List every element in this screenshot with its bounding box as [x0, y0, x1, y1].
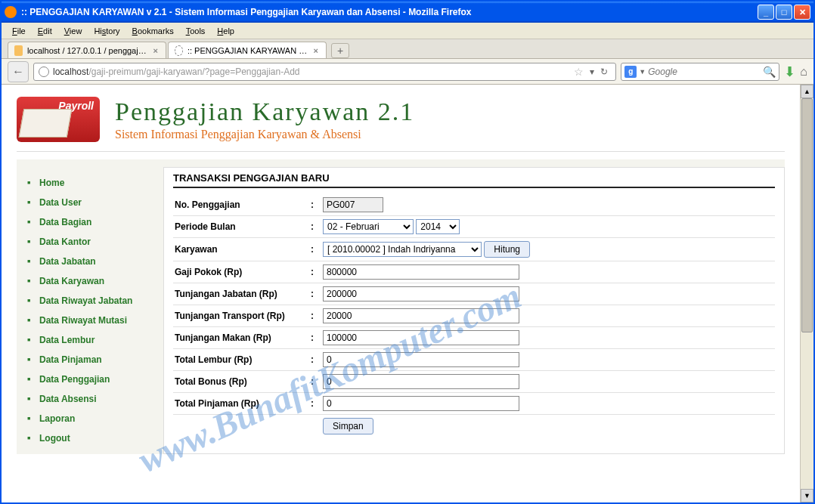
- input-tunjangan-transport[interactable]: [323, 308, 519, 323]
- close-button[interactable]: ✕: [794, 5, 810, 20]
- url-path: /gaji-preimum/gaji-karyawan/?page=Pengga…: [88, 66, 299, 77]
- menu-tools[interactable]: Tools: [180, 25, 212, 37]
- home-icon[interactable]: ⌂: [800, 65, 807, 79]
- form-table: No. Penggajian : Periode Bulan : 02 - Fe…: [173, 194, 775, 438]
- menu-help[interactable]: Help: [211, 25, 240, 37]
- sidebar: Home Data User Data Bagian Data Kantor D…: [17, 167, 153, 454]
- sidebar-item-data-pinjaman[interactable]: Data Pinjaman: [27, 350, 153, 369]
- loading-icon: [175, 45, 183, 56]
- new-tab-button[interactable]: +: [331, 43, 349, 58]
- search-bar[interactable]: g ▼ 🔍: [621, 63, 779, 81]
- input-tunjangan-jabatan[interactable]: [323, 286, 519, 301]
- label-total-lembur: Total Lembur (Rp): [173, 349, 309, 371]
- label-tunjangan-transport: Tunjangan Transport (Rp): [173, 305, 309, 327]
- select-month[interactable]: 02 - Februari: [323, 219, 414, 234]
- input-total-pinjaman[interactable]: [323, 396, 519, 411]
- titlebar: :: PENGGAJIAN KARYAWAN v 2.1 - Sistem In…: [2, 2, 813, 23]
- menubar: File Edit View History Bookmarks Tools H…: [2, 23, 813, 39]
- search-go-icon[interactable]: 🔍: [763, 66, 776, 78]
- scroll-down-button[interactable]: ▼: [801, 489, 813, 502]
- label-gaji-pokok: Gaji Pokok (Rp): [173, 261, 309, 283]
- sidebar-item-data-lembur[interactable]: Data Lembur: [27, 330, 153, 350]
- browser-window: :: PENGGAJIAN KARYAWAN v 2.1 - Sistem In…: [0, 0, 815, 504]
- sidebar-item-data-user[interactable]: Data User: [27, 193, 153, 212]
- tab-penggajian[interactable]: :: PENGGAJIAN KARYAWAN v 2.1 - Siste... …: [168, 42, 327, 58]
- navbar: ← localhost/gaji-preimum/gaji-karyawan/?…: [2, 59, 813, 85]
- menu-history[interactable]: History: [88, 25, 126, 37]
- scroll-thumb[interactable]: [801, 98, 813, 332]
- hitung-button[interactable]: Hitung: [484, 241, 530, 258]
- input-total-lembur[interactable]: [323, 352, 519, 367]
- sidebar-item-data-riwayat-mutasi[interactable]: Data Riwayat Mutasi: [27, 311, 153, 330]
- minimize-button[interactable]: _: [758, 5, 774, 20]
- menu-bookmarks[interactable]: Bookmarks: [126, 25, 180, 37]
- label-tunjangan-makan: Tunjangan Makan (Rp): [173, 327, 309, 349]
- label-periode: Periode Bulan: [173, 216, 309, 238]
- app-subtitle: Sistem Informasi Penggajian Karyawan & A…: [115, 128, 414, 141]
- refresh-icon[interactable]: ↻: [597, 66, 611, 77]
- bookmark-star-icon[interactable]: ☆: [571, 66, 587, 78]
- sidebar-item-data-bagian[interactable]: Data Bagian: [27, 212, 153, 232]
- google-icon: g: [624, 66, 637, 78]
- vertical-scrollbar[interactable]: ▲ ▼: [800, 85, 813, 502]
- downloads-icon[interactable]: ⬇: [784, 63, 795, 80]
- sidebar-item-data-karyawan[interactable]: Data Karyawan: [27, 271, 153, 291]
- label-karyawan: Karyawan: [173, 238, 309, 261]
- phpmyadmin-icon: [14, 45, 23, 56]
- firefox-icon: [5, 6, 17, 18]
- url-bar[interactable]: localhost/gaji-preimum/gaji-karyawan/?pa…: [33, 63, 616, 81]
- search-engine-dropdown-icon[interactable]: ▼: [637, 68, 648, 76]
- body-row: Home Data User Data Bagian Data Kantor D…: [17, 159, 785, 454]
- menu-file[interactable]: File: [6, 25, 32, 37]
- url-host: localhost: [53, 66, 88, 77]
- label-total-pinjaman: Total Pinjaman (Rp): [173, 393, 309, 415]
- input-no-penggajian: [323, 197, 383, 212]
- scroll-track[interactable]: [801, 98, 813, 489]
- tab-close-icon[interactable]: ×: [312, 46, 320, 55]
- search-input[interactable]: [648, 66, 763, 77]
- input-gaji-pokok[interactable]: [323, 264, 519, 280]
- window-controls: _ □ ✕: [758, 5, 810, 20]
- sidebar-list: Home Data User Data Bagian Data Kantor D…: [27, 173, 153, 448]
- app-title: Penggajian Karyawan 2.1: [115, 97, 414, 126]
- select-karyawan[interactable]: [ 2010.00002 ] Indah Indriyanna: [323, 242, 482, 257]
- label-total-bonus: Total Bonus (Rp): [173, 371, 309, 393]
- tabbar: localhost / 127.0.0.1 / penggajian_karya…: [2, 39, 813, 59]
- page-header: Payroll Penggajian Karyawan 2.1 Sistem I…: [17, 91, 785, 152]
- window-title: :: PENGGAJIAN KARYAWAN v 2.1 - Sistem In…: [21, 7, 758, 17]
- url-dropdown-icon[interactable]: ▾: [587, 66, 597, 77]
- globe-icon: [39, 66, 49, 77]
- sidebar-item-data-penggajian[interactable]: Data Penggajian: [27, 369, 153, 389]
- tab-phpmyadmin[interactable]: localhost / 127.0.0.1 / penggajian_karya…: [8, 42, 166, 58]
- tab-label: :: PENGGAJIAN KARYAWAN v 2.1 - Siste...: [187, 46, 308, 55]
- label-no-penggajian: No. Penggajian: [173, 194, 309, 216]
- sidebar-item-data-riwayat-jabatan[interactable]: Data Riwayat Jabatan: [27, 291, 153, 311]
- menu-edit[interactable]: Edit: [32, 25, 58, 37]
- sidebar-item-logout[interactable]: Logout: [27, 428, 153, 448]
- sidebar-item-data-kantor[interactable]: Data Kantor: [27, 232, 153, 252]
- page: Payroll Penggajian Karyawan 2.1 Sistem I…: [2, 85, 800, 502]
- form-title: TRANSAKSI PENGGAJIAN BARU: [173, 172, 775, 188]
- sidebar-item-data-jabatan[interactable]: Data Jabatan: [27, 252, 153, 271]
- maximize-button[interactable]: □: [776, 5, 792, 20]
- header-text: Penggajian Karyawan 2.1 Sistem Informasi…: [115, 97, 414, 141]
- input-tunjangan-makan[interactable]: [323, 330, 519, 345]
- select-year[interactable]: 2014: [416, 219, 460, 234]
- tab-close-icon[interactable]: ×: [152, 46, 160, 55]
- main-panel: TRANSAKSI PENGGAJIAN BARU No. Penggajian…: [163, 167, 785, 454]
- sidebar-item-home[interactable]: Home: [27, 173, 153, 193]
- sidebar-item-data-absensi[interactable]: Data Absensi: [27, 389, 153, 409]
- payroll-logo: Payroll: [17, 97, 100, 142]
- tab-label: localhost / 127.0.0.1 / penggajian_karya…: [27, 46, 147, 55]
- label-tunjangan-jabatan: Tunjangan Jabatan (Rp): [173, 283, 309, 305]
- back-button[interactable]: ←: [8, 61, 29, 82]
- sidebar-item-laporan[interactable]: Laporan: [27, 409, 153, 428]
- content-area: Payroll Penggajian Karyawan 2.1 Sistem I…: [2, 85, 813, 502]
- scroll-up-button[interactable]: ▲: [801, 85, 813, 98]
- input-total-bonus[interactable]: [323, 374, 519, 389]
- simpan-button[interactable]: Simpan: [323, 418, 373, 434]
- menu-view[interactable]: View: [58, 25, 88, 37]
